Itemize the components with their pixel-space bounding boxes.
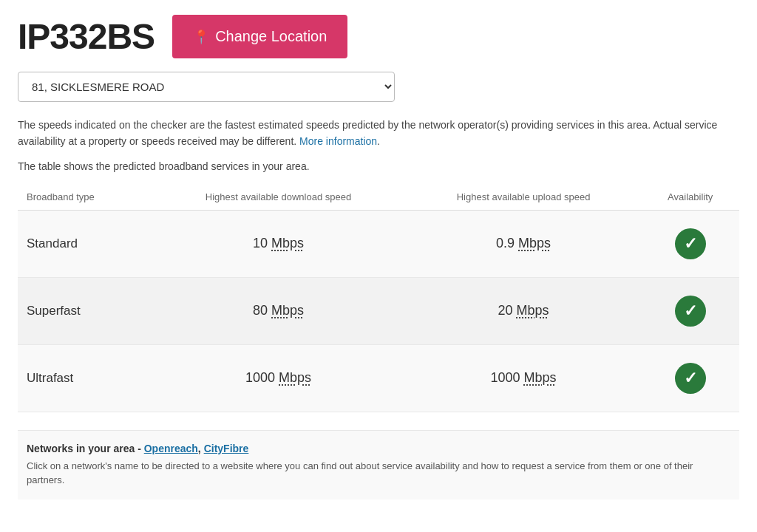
- footer-section: Networks in your area - Openreach, CityF…: [18, 430, 739, 499]
- cell-type: Ultrafast: [18, 344, 151, 412]
- cell-type: Standard: [18, 210, 151, 277]
- info-paragraph: The speeds indicated on the checker are …: [18, 117, 739, 150]
- address-select-wrapper: 81, SICKLESMERE ROAD: [18, 72, 739, 102]
- table-row: Superfast80 Mbps20 Mbps✓: [18, 277, 739, 344]
- table-row: Ultrafast1000 Mbps1000 Mbps✓: [18, 344, 739, 412]
- cell-download: 80 Mbps: [151, 277, 406, 344]
- cell-availability: ✓: [641, 277, 739, 344]
- change-location-button[interactable]: 📍 Change Location: [172, 15, 347, 58]
- openreach-link[interactable]: Openreach: [144, 443, 198, 454]
- col-header-upload: Highest available upload speed: [406, 185, 642, 211]
- change-location-label: Change Location: [215, 28, 327, 45]
- address-dropdown[interactable]: 81, SICKLESMERE ROAD: [18, 72, 395, 102]
- more-information-link[interactable]: More information: [299, 135, 377, 147]
- header-row: IP332BS 📍 Change Location: [18, 15, 739, 58]
- postcode-title: IP332BS: [18, 16, 155, 57]
- cell-type: Superfast: [18, 277, 151, 344]
- cityfibre-link[interactable]: CityFibre: [204, 443, 249, 454]
- col-header-download: Highest available download speed: [151, 185, 406, 211]
- location-pin-icon: 📍: [193, 29, 209, 45]
- cell-upload: 20 Mbps: [406, 277, 642, 344]
- cell-upload: 0.9 Mbps: [406, 210, 642, 277]
- available-checkmark-icon: ✓: [675, 363, 706, 394]
- available-checkmark-icon: ✓: [675, 296, 706, 327]
- cell-upload: 1000 Mbps: [406, 344, 642, 412]
- cell-availability: ✓: [641, 344, 739, 412]
- networks-title: Networks in your area - Openreach, CityF…: [27, 443, 730, 454]
- col-header-availability: Availability: [641, 185, 739, 211]
- cell-download: 1000 Mbps: [151, 344, 406, 412]
- broadband-table: Broadband type Highest available downloa…: [18, 185, 739, 412]
- networks-description: Click on a network's name to be directed…: [27, 459, 730, 488]
- table-header-row: Broadband type Highest available downloa…: [18, 185, 739, 211]
- cell-availability: ✓: [641, 210, 739, 277]
- table-row: Standard10 Mbps0.9 Mbps✓: [18, 210, 739, 277]
- table-intro: The table shows the predicted broadband …: [18, 160, 739, 172]
- available-checkmark-icon: ✓: [675, 228, 706, 259]
- cell-download: 10 Mbps: [151, 210, 406, 277]
- col-header-type: Broadband type: [18, 185, 151, 211]
